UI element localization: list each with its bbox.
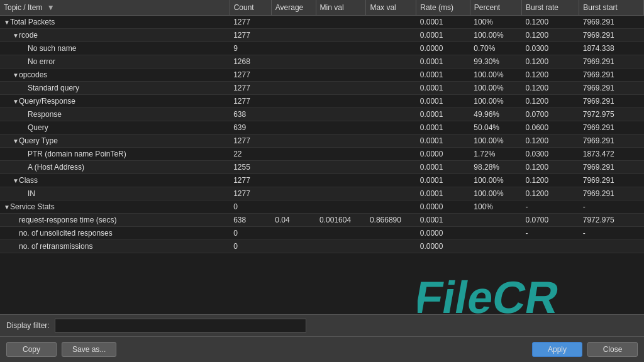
cell-maxval: [366, 161, 416, 174]
col-header-topic[interactable]: Topic / Item ▼: [0, 0, 230, 16]
cell-burststart: 7969.291: [579, 69, 644, 82]
cell-percent: 98.28%: [470, 161, 521, 174]
cell-topic[interactable]: Response: [0, 108, 230, 121]
cell-topic[interactable]: ▼Query/Response: [0, 95, 230, 108]
cell-average: [271, 174, 316, 187]
cell-average: [271, 148, 316, 161]
row-label: opcodes: [19, 70, 47, 79]
cell-burststart: 7972.975: [579, 108, 644, 121]
expand-icon[interactable]: ▼: [13, 138, 19, 145]
expand-icon[interactable]: ▼: [13, 32, 19, 39]
cell-topic[interactable]: no. of retransmissions: [0, 240, 230, 253]
cell-burststart: [579, 240, 644, 253]
button-bar: Copy Save as... Apply Close: [0, 336, 644, 362]
row-label: request-response time (secs): [19, 216, 116, 224]
cell-count: 1277: [230, 82, 271, 95]
cell-maxval: [366, 42, 416, 55]
cell-rate: 0.0001: [416, 121, 470, 134]
save-as-button[interactable]: Save as...: [62, 342, 116, 357]
cell-topic[interactable]: ▼opcodes: [0, 69, 230, 82]
cell-minval: [316, 16, 366, 29]
col-header-maxval[interactable]: Max val: [366, 0, 416, 16]
col-header-count[interactable]: Count: [230, 0, 271, 16]
expand-icon[interactable]: ▼: [13, 72, 19, 79]
cell-count: 0: [230, 200, 271, 214]
row-label: No such name: [28, 44, 76, 53]
cell-burst: 0.1200: [521, 16, 579, 29]
cell-burst: 0.1200: [521, 187, 579, 200]
cell-average: [271, 161, 316, 174]
col-header-minval[interactable]: Min val: [316, 0, 366, 16]
cell-average: [271, 200, 316, 214]
cell-count: 1277: [230, 69, 271, 82]
expand-icon[interactable]: ▼: [13, 98, 19, 105]
no-icon: [21, 85, 28, 92]
cell-topic[interactable]: PTR (domain name PoinTeR): [0, 148, 230, 161]
cell-count: 1277: [230, 134, 271, 148]
cell-average: [271, 42, 316, 55]
cell-average: [271, 227, 316, 240]
col-header-rate[interactable]: Rate (ms): [416, 0, 470, 16]
cell-minval: [316, 55, 366, 69]
cell-burststart: -: [579, 227, 644, 240]
cell-topic[interactable]: ▼Class: [0, 174, 230, 187]
display-filter-input[interactable]: [55, 319, 306, 332]
cell-burst: 0.0300: [521, 148, 579, 161]
cell-topic[interactable]: ▼rcode: [0, 29, 230, 42]
cell-minval: [316, 227, 366, 240]
cell-topic[interactable]: No such name: [0, 42, 230, 55]
expand-icon[interactable]: ▼: [13, 177, 19, 184]
cell-percent: 100%: [470, 200, 521, 214]
table-row: ▼Class12770.0001100.00%0.12007969.291: [0, 174, 644, 187]
no-icon: [13, 243, 19, 250]
row-label: Query/Response: [19, 97, 75, 106]
cell-percent: 100.00%: [470, 82, 521, 95]
cell-topic[interactable]: ▼Service Stats: [0, 200, 230, 214]
table-row: no. of retransmissions00.0000: [0, 240, 644, 253]
table-row: ▼Total Packets12770.0001100%0.12007969.2…: [0, 16, 644, 29]
cell-topic[interactable]: Standard query: [0, 82, 230, 95]
cell-topic[interactable]: Query: [0, 121, 230, 134]
cell-rate: 0.0001: [416, 55, 470, 69]
cell-topic[interactable]: No error: [0, 55, 230, 69]
cell-percent: [470, 227, 521, 240]
col-header-burst[interactable]: Burst rate: [521, 0, 579, 16]
cell-percent: 0.70%: [470, 42, 521, 55]
cell-maxval: [366, 174, 416, 187]
cell-topic[interactable]: A (Host Address): [0, 161, 230, 174]
cell-burst: 0.0600: [521, 121, 579, 134]
table-row: ▼Query Type12770.0001100.00%0.12007969.2…: [0, 134, 644, 148]
no-icon: [13, 230, 19, 237]
cell-topic[interactable]: request-response time (secs): [0, 214, 230, 227]
cell-average: [271, 82, 316, 95]
cell-count: 0: [230, 227, 271, 240]
cell-minval: [316, 161, 366, 174]
cell-count: 22: [230, 148, 271, 161]
cell-rate: 0.0001: [416, 82, 470, 95]
cell-topic[interactable]: IN: [0, 187, 230, 200]
cell-maxval: [366, 148, 416, 161]
table-row: request-response time (secs)6380.040.001…: [0, 214, 644, 227]
apply-button[interactable]: Apply: [532, 342, 582, 357]
cell-topic[interactable]: ▼Total Packets: [0, 16, 230, 29]
table-row: A (Host Address)12550.000198.28%0.120079…: [0, 161, 644, 174]
col-header-burststart[interactable]: Burst start: [579, 0, 644, 16]
expand-icon[interactable]: ▼: [4, 204, 10, 211]
copy-button[interactable]: Copy: [6, 342, 57, 357]
cell-count: 1277: [230, 95, 271, 108]
close-button[interactable]: Close: [587, 342, 638, 357]
col-header-percent[interactable]: Percent: [470, 0, 521, 16]
cell-minval: [316, 200, 366, 214]
cell-topic[interactable]: ▼Query Type: [0, 134, 230, 148]
cell-count: 1277: [230, 29, 271, 42]
cell-burst: 0.1200: [521, 29, 579, 42]
cell-burststart: 7969.291: [579, 121, 644, 134]
expand-icon[interactable]: ▼: [4, 19, 10, 26]
cell-rate: 0.0000: [416, 42, 470, 55]
col-header-average[interactable]: Average: [271, 0, 316, 16]
row-label: Query: [28, 123, 48, 132]
no-icon: [21, 58, 28, 65]
cell-topic[interactable]: no. of unsolicited responses: [0, 227, 230, 240]
cell-burst: 0.0700: [521, 108, 579, 121]
cell-maxval: [366, 227, 416, 240]
